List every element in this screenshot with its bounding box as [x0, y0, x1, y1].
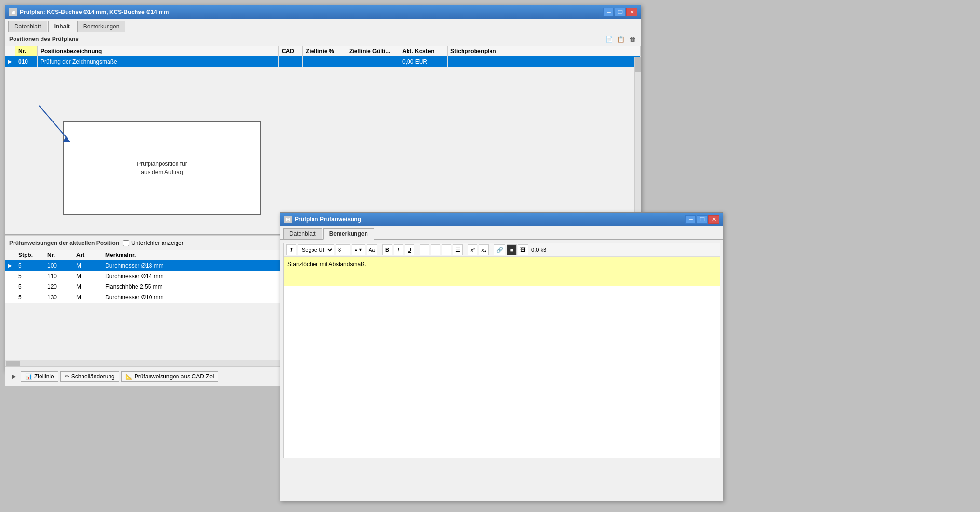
row-nr-2: 120 [44, 282, 73, 292]
upper-area: Nr. Positionsbezeichnung CAD Ziellinie %… [5, 46, 641, 234]
row-stpb-2: 5 [15, 282, 44, 292]
cad-icon: 📐 [125, 373, 133, 380]
sub-window-title: Prüfplan Prüfanweisung [295, 216, 361, 223]
row-stpb-1: 5 [15, 271, 44, 282]
row-art-3: M [73, 292, 102, 303]
ziellinie-button[interactable]: 📊 Ziellinie [21, 371, 58, 382]
col-nr2: Nr. [44, 250, 73, 260]
row-arrow-2 [5, 282, 15, 292]
table-row[interactable]: ▶ 010 Prüfung der Zeichnungsmaße 0,00 EU… [5, 56, 641, 67]
annotation-box: Prüfplanposition füraus dem Auftrag [63, 121, 261, 215]
tab-inhalt[interactable]: Inhalt [48, 21, 76, 32]
list-button[interactable]: ☰ [453, 244, 463, 255]
copy-icon[interactable]: 📋 [616, 34, 626, 44]
image-button[interactable]: 🖼 [518, 244, 528, 255]
col-stpb: Stpb. [15, 250, 44, 260]
align-center-button[interactable]: ≡ [431, 244, 440, 255]
font-icon: T [286, 244, 296, 255]
checkbox-wrap: Unterfehler anzeiger [123, 240, 184, 246]
row-stichprobenplan [448, 56, 641, 67]
schnell-icon: ✏ [65, 373, 69, 380]
upper-table-header: Nr. Positionsbezeichnung CAD Ziellinie %… [5, 46, 641, 56]
sub-close-button[interactable]: ✕ [708, 215, 719, 224]
titlebar-controls: ─ ❐ ✕ [603, 8, 637, 16]
row-art-1: M [73, 271, 102, 282]
underline-button[interactable]: U [405, 244, 414, 255]
main-tabs-bar: Datenblatt Inhalt Bemerkungen [5, 19, 641, 32]
upper-scrollbar-v[interactable] [634, 57, 641, 234]
titlebar-left: ⊞ Prüfplan: KCS-Buchse Ø14 mm, KCS-Buchs… [9, 8, 169, 16]
font-size-input[interactable] [336, 244, 350, 255]
font-size-up-icon[interactable]: ▲▼ [352, 244, 365, 255]
toolbar-arrow-icon[interactable]: ▶ [9, 372, 19, 381]
row-nr: 010 [15, 56, 38, 67]
lower-left: Prüfanweisungen der aktuellen Position U… [9, 240, 184, 246]
separator-2 [417, 245, 417, 254]
schnell-label: Schnelländerung [71, 373, 115, 380]
unterfehler-checkbox[interactable] [123, 240, 129, 246]
col-arrow2 [5, 250, 15, 260]
annotation-text: Prüfplanposition füraus dem Auftrag [137, 160, 187, 176]
ziellinie-label: Ziellinie [34, 373, 54, 380]
scrollbar-h-thumb [6, 361, 20, 366]
col-nr: Nr. [15, 46, 38, 56]
upper-section-icons: 📄 📋 🗑 [604, 34, 637, 44]
app-icon: ⊞ [9, 8, 17, 16]
minimize-button[interactable]: ─ [603, 8, 614, 16]
row-arrow-sel: ▶ [5, 260, 15, 271]
align-left-button[interactable]: ≡ [420, 244, 429, 255]
editor-content[interactable]: Stanzlöcher mit Abstandsmaß. [284, 257, 720, 286]
cad-button[interactable]: 📐 Prüfanweisungen aus CAD-Zei [121, 371, 218, 382]
superscript-button[interactable]: x² [468, 244, 477, 255]
sub-restore-button[interactable]: ❐ [697, 215, 708, 224]
ziellinie-icon: 📊 [25, 373, 32, 380]
row-nr-3: 130 [44, 292, 73, 303]
col-ziellinie-pct: Ziellinie % [303, 46, 346, 56]
font-family-select[interactable]: Segoe UI [298, 244, 334, 255]
sub-tabs-bar: Datenblatt Bemerkungen [280, 226, 723, 240]
col-art: Art [73, 250, 102, 260]
separator-1 [380, 245, 380, 254]
row-nr-0: 100 [44, 260, 73, 271]
row-stpb-3: 5 [15, 292, 44, 303]
schnellaenderung-button[interactable]: ✏ Schnelländerung [60, 371, 119, 382]
sub-titlebar: ⊞ Prüfplan Prüfanweisung ─ ❐ ✕ [280, 213, 723, 226]
row-arrow-1 [5, 271, 15, 282]
italic-button[interactable]: I [394, 244, 403, 255]
subscript-button[interactable]: x₂ [479, 244, 489, 255]
tab-datenblatt[interactable]: Datenblatt [8, 21, 47, 32]
font-format-icon[interactable]: Aa [367, 244, 377, 255]
color-button[interactable]: ■ [507, 244, 517, 255]
bold-button[interactable]: B [382, 244, 392, 255]
sub-titlebar-left: ⊞ Prüfplan Prüfanweisung [284, 216, 361, 223]
main-titlebar: ⊞ Prüfplan: KCS-Buchse Ø14 mm, KCS-Buchs… [5, 5, 641, 19]
tab-bemerkungen[interactable]: Bemerkungen [77, 21, 126, 32]
editor-text: Stanzlöcher mit Abstandsmaß. [287, 261, 366, 268]
lower-section-title: Prüfanweisungen der aktuellen Position [9, 240, 119, 246]
separator-4 [491, 245, 491, 254]
scrollbar-thumb [635, 57, 641, 72]
align-right-button[interactable]: ≡ [442, 244, 451, 255]
main-window-title: Prüfplan: KCS-Buchse Ø14 mm, KCS-Buchse … [20, 9, 169, 15]
row-stpb-0: 5 [15, 260, 44, 271]
sub-minimize-button[interactable]: ─ [685, 215, 696, 224]
col-bezeichnung: Positionsbezeichnung [38, 46, 279, 56]
row-art-2: M [73, 282, 102, 292]
row-nr-1: 110 [44, 271, 73, 282]
sub-tab-datenblatt[interactable]: Datenblatt [283, 228, 322, 239]
row-ziellinie-pct [303, 56, 346, 67]
row-art-0: M [73, 260, 102, 271]
restore-button[interactable]: ❐ [615, 8, 626, 16]
link-button[interactable]: 🔗 [494, 244, 505, 255]
separator-3 [465, 245, 465, 254]
editor-area: T Segoe UI ▲▼ Aa B I U ≡ ≡ ≡ ☰ x² x₂ [283, 243, 720, 458]
new-icon[interactable]: 📄 [604, 34, 614, 44]
delete-icon[interactable]: 🗑 [627, 34, 637, 44]
col-arrow [5, 46, 15, 56]
row-cad [279, 56, 303, 67]
row-arrow-3 [5, 292, 15, 303]
sub-tab-bemerkungen[interactable]: Bemerkungen [323, 228, 374, 240]
close-button[interactable]: ✕ [626, 8, 637, 16]
col-cad: CAD [279, 46, 303, 56]
editor-body: T Segoe UI ▲▼ Aa B I U ≡ ≡ ≡ ☰ x² x₂ [280, 240, 723, 461]
